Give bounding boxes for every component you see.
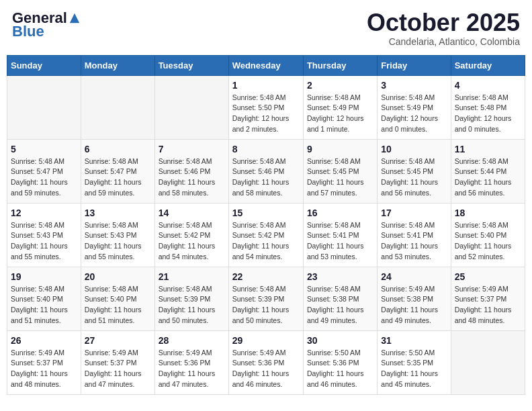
calendar-week-row: 5Sunrise: 5:48 AM Sunset: 5:47 PM Daylig… <box>7 139 525 203</box>
day-number: 6 <box>85 144 151 154</box>
table-row: 26Sunrise: 5:49 AM Sunset: 5:37 PM Dayli… <box>7 330 81 394</box>
table-row: 21Sunrise: 5:48 AM Sunset: 5:39 PM Dayli… <box>154 267 228 330</box>
day-info: Sunrise: 5:48 AM Sunset: 5:48 PM Dayligh… <box>455 93 521 135</box>
table-row: 25Sunrise: 5:49 AM Sunset: 5:37 PM Dayli… <box>451 267 525 330</box>
table-row: 3Sunrise: 5:48 AM Sunset: 5:49 PM Daylig… <box>378 75 451 139</box>
calendar: Sunday Monday Tuesday Wednesday Thursday… <box>7 55 525 395</box>
day-number: 7 <box>159 144 225 154</box>
month-title: October 2025 <box>367 9 520 36</box>
day-number: 11 <box>455 144 521 154</box>
table-row: 16Sunrise: 5:48 AM Sunset: 5:41 PM Dayli… <box>303 203 377 267</box>
svg-marker-0 <box>70 13 79 23</box>
day-info: Sunrise: 5:48 AM Sunset: 5:42 PM Dayligh… <box>159 220 225 263</box>
day-number: 3 <box>381 80 447 91</box>
day-number: 30 <box>307 335 373 346</box>
day-number: 14 <box>159 208 225 218</box>
table-row: 1Sunrise: 5:48 AM Sunset: 5:50 PM Daylig… <box>228 75 303 139</box>
table-row: 4Sunrise: 5:48 AM Sunset: 5:48 PM Daylig… <box>451 75 525 139</box>
header-thursday: Thursday <box>303 55 377 75</box>
day-info: Sunrise: 5:48 AM Sunset: 5:49 PM Dayligh… <box>307 93 373 135</box>
calendar-header: Sunday Monday Tuesday Wednesday Thursday… <box>7 55 525 75</box>
day-info: Sunrise: 5:48 AM Sunset: 5:44 PM Dayligh… <box>455 156 521 199</box>
logo: General Blue <box>12 9 81 40</box>
day-info: Sunrise: 5:48 AM Sunset: 5:47 PM Dayligh… <box>11 156 77 199</box>
day-number: 28 <box>159 335 225 346</box>
table-row: 19Sunrise: 5:48 AM Sunset: 5:40 PM Dayli… <box>7 267 81 330</box>
day-number: 29 <box>232 335 300 346</box>
day-info: Sunrise: 5:48 AM Sunset: 5:46 PM Dayligh… <box>232 156 300 199</box>
table-row: 2Sunrise: 5:48 AM Sunset: 5:49 PM Daylig… <box>303 75 377 139</box>
day-info: Sunrise: 5:49 AM Sunset: 5:37 PM Dayligh… <box>85 348 151 390</box>
day-info: Sunrise: 5:48 AM Sunset: 5:39 PM Dayligh… <box>232 284 300 326</box>
day-info: Sunrise: 5:49 AM Sunset: 5:37 PM Dayligh… <box>11 348 77 390</box>
calendar-week-row: 1Sunrise: 5:48 AM Sunset: 5:50 PM Daylig… <box>7 75 525 139</box>
table-row: 17Sunrise: 5:48 AM Sunset: 5:41 PM Dayli… <box>378 203 451 267</box>
day-number: 17 <box>381 208 447 218</box>
location: Candelaria, Atlantico, Colombia <box>367 36 520 47</box>
table-row: 8Sunrise: 5:48 AM Sunset: 5:46 PM Daylig… <box>228 139 303 203</box>
day-number: 31 <box>381 335 447 346</box>
header-sunday: Sunday <box>7 55 81 75</box>
table-row <box>7 75 81 139</box>
table-row: 12Sunrise: 5:48 AM Sunset: 5:43 PM Dayli… <box>7 203 81 267</box>
day-info: Sunrise: 5:48 AM Sunset: 5:45 PM Dayligh… <box>381 156 447 199</box>
day-number: 9 <box>307 144 373 154</box>
table-row: 24Sunrise: 5:49 AM Sunset: 5:38 PM Dayli… <box>378 267 451 330</box>
day-info: Sunrise: 5:48 AM Sunset: 5:41 PM Dayligh… <box>381 220 447 263</box>
day-number: 26 <box>11 335 77 346</box>
day-info: Sunrise: 5:50 AM Sunset: 5:36 PM Dayligh… <box>307 348 373 390</box>
logo-blue-text: Blue <box>12 23 44 40</box>
day-number: 13 <box>85 208 151 218</box>
day-info: Sunrise: 5:48 AM Sunset: 5:46 PM Dayligh… <box>159 156 225 199</box>
day-info: Sunrise: 5:48 AM Sunset: 5:42 PM Dayligh… <box>232 220 300 263</box>
logo-icon <box>69 12 81 24</box>
calendar-body: 1Sunrise: 5:48 AM Sunset: 5:50 PM Daylig… <box>7 75 525 394</box>
day-number: 12 <box>11 208 77 218</box>
table-row: 20Sunrise: 5:48 AM Sunset: 5:40 PM Dayli… <box>81 267 154 330</box>
day-number: 15 <box>232 208 300 218</box>
day-info: Sunrise: 5:48 AM Sunset: 5:45 PM Dayligh… <box>307 156 373 199</box>
day-info: Sunrise: 5:50 AM Sunset: 5:35 PM Dayligh… <box>381 348 447 390</box>
day-info: Sunrise: 5:49 AM Sunset: 5:36 PM Dayligh… <box>159 348 225 390</box>
day-info: Sunrise: 5:48 AM Sunset: 5:40 PM Dayligh… <box>455 220 521 263</box>
table-row: 11Sunrise: 5:48 AM Sunset: 5:44 PM Dayli… <box>451 139 525 203</box>
table-row: 30Sunrise: 5:50 AM Sunset: 5:36 PM Dayli… <box>303 330 377 394</box>
day-info: Sunrise: 5:49 AM Sunset: 5:36 PM Dayligh… <box>232 348 300 390</box>
day-info: Sunrise: 5:49 AM Sunset: 5:37 PM Dayligh… <box>455 284 521 326</box>
table-row: 18Sunrise: 5:48 AM Sunset: 5:40 PM Dayli… <box>451 203 525 267</box>
day-number: 25 <box>455 271 521 282</box>
header-wednesday: Wednesday <box>228 55 303 75</box>
days-header-row: Sunday Monday Tuesday Wednesday Thursday… <box>7 55 525 75</box>
title-block: October 2025 Candelaria, Atlantico, Colo… <box>367 9 520 47</box>
day-number: 5 <box>11 144 77 154</box>
day-number: 27 <box>85 335 151 346</box>
calendar-week-row: 12Sunrise: 5:48 AM Sunset: 5:43 PM Dayli… <box>7 203 525 267</box>
day-info: Sunrise: 5:48 AM Sunset: 5:40 PM Dayligh… <box>11 284 77 326</box>
table-row: 14Sunrise: 5:48 AM Sunset: 5:42 PM Dayli… <box>154 203 228 267</box>
day-number: 1 <box>232 80 300 91</box>
header-monday: Monday <box>81 55 154 75</box>
day-info: Sunrise: 5:49 AM Sunset: 5:38 PM Dayligh… <box>381 284 447 326</box>
header-tuesday: Tuesday <box>154 55 228 75</box>
calendar-week-row: 19Sunrise: 5:48 AM Sunset: 5:40 PM Dayli… <box>7 267 525 330</box>
day-info: Sunrise: 5:48 AM Sunset: 5:39 PM Dayligh… <box>159 284 225 326</box>
header-saturday: Saturday <box>451 55 525 75</box>
table-row: 29Sunrise: 5:49 AM Sunset: 5:36 PM Dayli… <box>228 330 303 394</box>
day-number: 4 <box>455 80 521 91</box>
table-row: 15Sunrise: 5:48 AM Sunset: 5:42 PM Dayli… <box>228 203 303 267</box>
day-info: Sunrise: 5:48 AM Sunset: 5:41 PM Dayligh… <box>307 220 373 263</box>
day-number: 2 <box>307 80 373 91</box>
day-info: Sunrise: 5:48 AM Sunset: 5:49 PM Dayligh… <box>381 93 447 135</box>
day-info: Sunrise: 5:48 AM Sunset: 5:38 PM Dayligh… <box>307 284 373 326</box>
day-info: Sunrise: 5:48 AM Sunset: 5:43 PM Dayligh… <box>85 220 151 263</box>
table-row: 10Sunrise: 5:48 AM Sunset: 5:45 PM Dayli… <box>378 139 451 203</box>
table-row: 9Sunrise: 5:48 AM Sunset: 5:45 PM Daylig… <box>303 139 377 203</box>
table-row <box>154 75 228 139</box>
table-row: 31Sunrise: 5:50 AM Sunset: 5:35 PM Dayli… <box>378 330 451 394</box>
table-row <box>81 75 154 139</box>
day-number: 10 <box>381 144 447 154</box>
page-header: General Blue October 2025 Candelaria, At… <box>7 7 525 50</box>
day-number: 16 <box>307 208 373 218</box>
header-friday: Friday <box>378 55 451 75</box>
day-info: Sunrise: 5:48 AM Sunset: 5:43 PM Dayligh… <box>11 220 77 263</box>
